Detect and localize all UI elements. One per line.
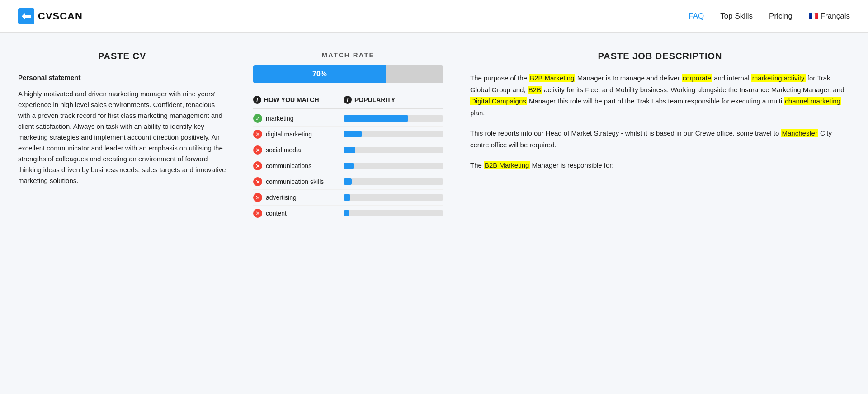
job-panel: PASTE JOB DESCRIPTION The purpose of the…	[452, 51, 850, 385]
cv-panel: PASTE CV Personal statement A highly mot…	[18, 51, 244, 385]
logo-text: CVSCAN	[38, 10, 83, 22]
nav-lang[interactable]: 🇫🇷 Français	[809, 11, 850, 21]
cv-text: Personal statement A highly motivated an…	[18, 72, 226, 186]
highlighted-term: marketing activity	[751, 74, 806, 82]
job-paragraph: The B2B Marketing Manager is responsible…	[470, 159, 850, 171]
cv-section-label: Personal statement	[18, 72, 226, 83]
job-paragraph: This role reports into our Head of Marke…	[470, 127, 850, 150]
nav-faq[interactable]: FAQ	[689, 12, 704, 21]
cross-icon: ✕	[253, 145, 262, 155]
skill-label: digital marketing	[266, 131, 312, 138]
popularity-bar	[344, 131, 443, 137]
highlighted-term: B2B Marketing	[484, 161, 530, 169]
skill-name: ✕communications	[253, 161, 344, 170]
highlighted-term: B2B Marketing	[529, 74, 575, 82]
popularity-bar	[344, 178, 443, 185]
popularity-bar	[344, 147, 443, 153]
job-panel-title: PASTE JOB DESCRIPTION	[470, 51, 850, 61]
how-you-match-info-icon: i	[253, 96, 261, 104]
popularity-bar	[344, 115, 443, 122]
skill-label: social media	[266, 146, 301, 154]
cv-body: A highly motivated and driven marketing …	[18, 89, 226, 186]
popularity-header: i POPULARITY	[344, 96, 443, 104]
highlighted-term: B2B	[528, 86, 542, 94]
highlighted-term: Digital Campaigns	[470, 97, 527, 105]
cross-icon: ✕	[253, 177, 262, 186]
how-you-match-header: i HOW YOU MATCH	[253, 96, 344, 104]
skill-name: ✓marketing	[253, 114, 344, 123]
skill-row: ✕social media	[253, 142, 443, 158]
match-panel: MATCH RATE 70% i HOW YOU MATCH i POPULAR…	[244, 51, 452, 385]
job-paragraph: The purpose of the B2B Marketing Manager…	[470, 72, 850, 118]
cross-icon: ✕	[253, 209, 262, 218]
skill-row: ✕content	[253, 206, 443, 221]
logo-icon	[18, 8, 34, 24]
highlighted-term: Manchester	[781, 129, 818, 137]
skill-label: marketing	[266, 115, 293, 122]
main-nav: FAQ Top Skills Pricing 🇫🇷 Français	[689, 11, 850, 21]
popularity-bar-fill	[344, 147, 355, 153]
job-text: The purpose of the B2B Marketing Manager…	[470, 72, 850, 171]
skill-row: ✕communications	[253, 158, 443, 174]
header: CVSCAN FAQ Top Skills Pricing 🇫🇷 Françai…	[0, 0, 868, 33]
nav-top-skills[interactable]: Top Skills	[720, 12, 753, 21]
cross-icon: ✕	[253, 161, 262, 170]
popularity-bar-fill	[344, 178, 352, 185]
skill-label: content	[266, 210, 287, 217]
popularity-bar	[344, 194, 443, 201]
popularity-bar-fill	[344, 194, 350, 201]
progress-bar-label: 70%	[312, 70, 327, 78]
cv-panel-title: PASTE CV	[18, 51, 226, 61]
flag-icon: 🇫🇷	[809, 12, 818, 20]
match-rate-title: MATCH RATE	[253, 51, 443, 59]
skill-row: ✓marketing	[253, 111, 443, 127]
skill-rows: ✓marketing✕digital marketing✕social medi…	[253, 111, 443, 221]
progress-bar-fill: 70%	[253, 65, 386, 83]
popularity-info-icon: i	[344, 96, 352, 104]
popularity-bar	[344, 210, 443, 216]
popularity-bar-fill	[344, 163, 354, 169]
skill-label: advertising	[266, 194, 297, 201]
progress-bar: 70%	[253, 65, 443, 83]
skill-name: ✕digital marketing	[253, 130, 344, 139]
skill-row: ✕communication skills	[253, 174, 443, 190]
skill-label: communications	[266, 162, 311, 169]
check-icon: ✓	[253, 114, 262, 123]
popularity-bar	[344, 163, 443, 169]
skill-name: ✕content	[253, 209, 344, 218]
popularity-bar-fill	[344, 131, 362, 137]
skills-header: i HOW YOU MATCH i POPULARITY	[253, 96, 443, 109]
skill-name: ✕social media	[253, 145, 344, 155]
skill-label: communication skills	[266, 178, 324, 185]
skill-row: ✕advertising	[253, 190, 443, 206]
main-content: PASTE CV Personal statement A highly mot…	[0, 33, 868, 385]
popularity-bar-fill	[344, 210, 349, 216]
cross-icon: ✕	[253, 193, 262, 202]
nav-pricing[interactable]: Pricing	[769, 12, 793, 21]
skill-row: ✕digital marketing	[253, 127, 443, 142]
popularity-bar-fill	[344, 115, 408, 122]
highlighted-term: corporate	[682, 74, 712, 82]
cross-icon: ✕	[253, 130, 262, 139]
highlighted-term: channel marketing	[784, 97, 841, 105]
skill-name: ✕communication skills	[253, 177, 344, 186]
skill-name: ✕advertising	[253, 193, 344, 202]
logo: CVSCAN	[18, 8, 83, 24]
